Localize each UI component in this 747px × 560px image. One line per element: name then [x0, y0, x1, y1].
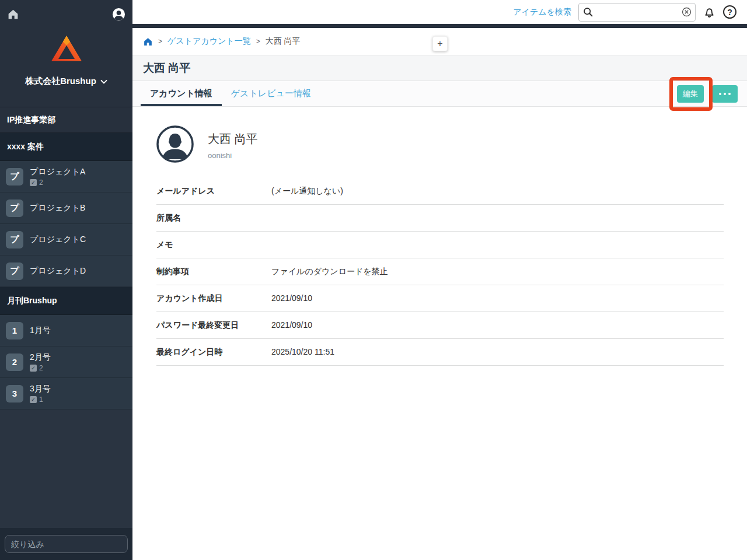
- field-label: 制約事項: [156, 267, 271, 277]
- sidebar-item-project-b[interactable]: プ プロジェクトB: [0, 192, 132, 224]
- sidebar-filler: [0, 410, 132, 528]
- more-actions-button[interactable]: [712, 85, 738, 103]
- sidebar-item-project-a[interactable]: プ プロジェクトA ✓ 2: [0, 161, 132, 192]
- group-title: xxxx 案件: [7, 142, 44, 152]
- email-notification-note: (メール通知しない): [271, 186, 343, 195]
- sidebar-item-label: プロジェクトC: [30, 235, 86, 245]
- sidebar-item-label: プロジェクトD: [30, 266, 86, 276]
- breadcrumb: > ゲストアカウント一覧 > 大西 尚平 +: [132, 28, 747, 55]
- sidebar-item-label: プロジェクトB: [30, 203, 85, 214]
- field-value: 2021/09/10: [271, 293, 312, 303]
- ellipsis-icon: [728, 93, 731, 95]
- search-box: [578, 3, 696, 22]
- sidebar-item-issue-3[interactable]: 3 3月号 ✓ 1: [0, 378, 132, 410]
- field-label: アカウント作成日: [156, 293, 271, 304]
- breadcrumb-current: 大西 尚平: [266, 36, 301, 47]
- tab-guest-review-info[interactable]: ゲストレビュー情報: [222, 81, 320, 106]
- page-title: 大西 尚平: [143, 61, 190, 76]
- sidebar-filter-input[interactable]: [5, 535, 128, 553]
- field-row-last-login: 最終ログイン日時 2025/10/20 11:51: [156, 339, 724, 366]
- field-row-password-changed: パスワード最終変更日 2021/09/10: [156, 312, 724, 339]
- search-items-link[interactable]: アイテムを検索: [513, 7, 571, 18]
- field-label: パスワード最終変更日: [156, 320, 271, 331]
- sidebar-department[interactable]: IP推進事業部: [0, 107, 132, 133]
- app-window: 株式会社Brushup IP推進事業部 xxxx 案件 プ プロジェクトA ✓ …: [0, 0, 747, 560]
- profile-identity: 大西 尚平 oonishi: [208, 125, 258, 163]
- review-count: 1: [39, 396, 43, 404]
- sidebar-item-label: プロジェクトA: [30, 167, 85, 177]
- breadcrumb-separator: >: [158, 37, 162, 46]
- tab-bar: アカウント情報 ゲストレビュー情報 編集: [132, 81, 747, 107]
- sidebar-footer: [0, 528, 132, 560]
- content-area: アイテムを検索 ? > ゲストアカウント一覧 > 大西 尚平 +: [132, 0, 747, 560]
- field-label: メモ: [156, 240, 271, 250]
- issue-icon: 1: [6, 322, 23, 340]
- sidebar-group-header[interactable]: 月刊Brushup: [0, 287, 132, 315]
- sidebar-item-label: 2月号: [30, 352, 51, 363]
- account-fields: メールアドレス (メール通知しない) 所属名 メモ 制約事項 ファイ: [156, 178, 724, 366]
- issue-icon: 3: [6, 385, 23, 402]
- page-actions: 編集: [677, 85, 738, 103]
- field-label: 所属名: [156, 213, 271, 223]
- breadcrumb-home-icon[interactable]: [143, 37, 153, 47]
- chevron-down-icon: [100, 79, 107, 84]
- top-bar: アイテムを検索 ?: [132, 0, 747, 24]
- sidebar-item-issue-2[interactable]: 2 2月号 ✓ 2: [0, 346, 132, 378]
- ellipsis-icon: [719, 93, 721, 95]
- clear-search-icon[interactable]: [682, 7, 692, 17]
- brushup-logo-icon: [50, 33, 83, 66]
- profile-header: 大西 尚平 oonishi: [132, 107, 747, 164]
- issue-icon: 2: [6, 354, 23, 371]
- company-name: 株式会社Brushup: [25, 76, 96, 87]
- review-count: 2: [39, 364, 43, 372]
- help-icon[interactable]: ?: [723, 5, 736, 19]
- sidebar: 株式会社Brushup IP推進事業部 xxxx 案件 プ プロジェクトA ✓ …: [0, 0, 132, 560]
- review-count-badge: ✓ 2: [30, 178, 85, 187]
- sidebar-top-bar: [0, 0, 132, 28]
- search-input[interactable]: [578, 3, 696, 22]
- search-icon: [583, 7, 593, 17]
- field-row-restrictions: 制約事項 ファイルのダウンロードを禁止: [156, 258, 724, 285]
- notifications-bell-icon[interactable]: [703, 5, 716, 19]
- field-label: 最終ログイン日時: [156, 347, 271, 358]
- review-check-icon: ✓: [30, 396, 37, 403]
- sidebar-item-issue-1[interactable]: 1 1月号: [0, 315, 132, 346]
- review-check-icon: ✓: [30, 179, 37, 186]
- field-value: 2025/10/20 11:51: [271, 347, 334, 356]
- project-icon: プ: [6, 200, 23, 217]
- breadcrumb-separator: >: [256, 37, 260, 46]
- group-title: 月刊Brushup: [7, 296, 57, 306]
- sidebar-item-project-d[interactable]: プ プロジェクトD: [0, 256, 132, 287]
- department-label: IP推進事業部: [7, 115, 55, 125]
- field-row-email: メールアドレス (メール通知しない): [156, 178, 724, 205]
- field-value: ファイルのダウンロードを禁止: [271, 267, 388, 277]
- field-value: (メール通知しない): [271, 186, 343, 197]
- home-icon[interactable]: [7, 8, 19, 20]
- company-switcher[interactable]: 株式会社Brushup: [25, 76, 107, 87]
- ellipsis-icon: [724, 93, 726, 95]
- sidebar-group-header[interactable]: xxxx 案件: [0, 133, 132, 161]
- user-avatar-icon[interactable]: [112, 8, 125, 21]
- review-count-badge: ✓ 2: [30, 364, 51, 372]
- account-info-panel: 大西 尚平 oonishi メールアドレス (メール通知しない) 所属名: [132, 107, 747, 560]
- profile-avatar: [156, 125, 194, 163]
- add-tab-button[interactable]: +: [432, 36, 448, 51]
- profile-username: oonishi: [208, 151, 258, 160]
- sidebar-item-project-c[interactable]: プ プロジェクトC: [0, 224, 132, 256]
- sidebar-logo-area: 株式会社Brushup: [0, 28, 132, 107]
- breadcrumb-link-guest-accounts[interactable]: ゲストアカウント一覧: [167, 36, 251, 47]
- project-icon: プ: [6, 262, 23, 280]
- profile-name: 大西 尚平: [208, 131, 258, 147]
- field-row-account-created: アカウント作成日 2021/09/10: [156, 285, 724, 312]
- field-row-memo: メモ: [156, 232, 724, 258]
- review-count: 2: [39, 178, 43, 187]
- edit-button[interactable]: 編集: [677, 85, 704, 103]
- field-row-affiliation: 所属名: [156, 205, 724, 232]
- sidebar-item-label: 1月号: [30, 326, 51, 336]
- page-title-bar: 大西 尚平: [132, 55, 747, 81]
- review-count-badge: ✓ 1: [30, 396, 51, 404]
- field-label: メールアドレス: [156, 186, 271, 197]
- field-value: 2021/09/10: [271, 320, 312, 330]
- tab-account-info[interactable]: アカウント情報: [141, 81, 222, 106]
- sidebar-item-label: 3月号: [30, 384, 51, 394]
